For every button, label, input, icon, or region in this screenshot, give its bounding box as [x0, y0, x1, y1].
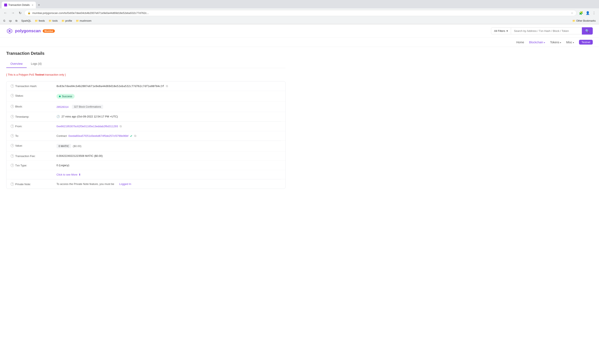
help-icon-status[interactable]: ?: [11, 94, 14, 97]
address-bar[interactable]: 🔒 ☆: [24, 10, 576, 16]
label-timestamp: ? Timestamp:: [11, 115, 52, 118]
tab-logs[interactable]: Logs (4): [27, 60, 46, 68]
status-dot-icon: [59, 96, 61, 97]
nav-blockchain[interactable]: Blockchain ▾: [529, 41, 545, 44]
reload-button[interactable]: ↻: [18, 10, 23, 16]
help-icon-to[interactable]: ?: [11, 134, 14, 137]
nav-tokens[interactable]: Tokens ▾: [550, 41, 561, 44]
timestamp-text: 27 mins ago (Oct-09-2022 12:54:17 PM +UT…: [62, 115, 118, 118]
value-to: Contract 0xeda80ea57f251d3eebd674f5de257…: [56, 134, 136, 138]
network-badge: Mumbai: [43, 29, 55, 33]
value-transaction-fee: 0.00422240221223508 MATIC ($0.00): [56, 154, 103, 157]
bookmark-feeds[interactable]: 📁 feeds: [34, 19, 46, 23]
copy-to-icon[interactable]: ⧉: [134, 134, 136, 138]
bookmark-mushroom[interactable]: 📁 mushroom: [75, 19, 92, 23]
bookmark-star[interactable]: ☆: [571, 11, 573, 15]
bookmarks-bar: G cp tb SparkQL 📁 feeds 📁 tools 📁 profil…: [0, 17, 599, 24]
label-txn-type: ? Txn Type:: [11, 164, 52, 167]
help-icon-block[interactable]: ?: [11, 105, 14, 108]
value-txn-type: 0 (Legacy): [56, 164, 69, 167]
detail-card: ? Transaction Hash: 0x83e7dee04cb4b2007e…: [6, 81, 286, 189]
label-from: ? From:: [11, 125, 52, 128]
logged-in-link[interactable]: Logged In: [119, 182, 131, 186]
testnet-badge[interactable]: Testnet: [579, 40, 593, 45]
row-click-more: Click to see More ⬇: [7, 170, 285, 179]
blockchain-chevron-icon: ▾: [544, 42, 545, 44]
help-icon-timestamp[interactable]: ?: [11, 115, 14, 118]
filter-button[interactable]: All Filters ▾: [491, 27, 511, 34]
value-block: 28528314 327 Block Confirmations: [56, 105, 103, 109]
value-private-note: To access the Private Note feature, you …: [56, 182, 131, 186]
row-private-note: ? Private Note: To access the Private No…: [7, 179, 285, 189]
bookmark-sparkql[interactable]: SparkQL: [20, 19, 32, 23]
tab-close-btn[interactable]: ✕: [32, 4, 33, 6]
from-address-link[interactable]: 0xe662195307bc62f3e01165e13eddab2f6d3112…: [56, 125, 118, 128]
value-amount: 0 MATIC ($0.00): [56, 144, 81, 148]
active-tab[interactable]: Transaction Details ✕: [2, 2, 36, 8]
tab-label: Transaction Details: [8, 4, 30, 7]
new-tab-btn[interactable]: +: [36, 2, 42, 8]
help-icon-txn-type[interactable]: ?: [11, 164, 14, 167]
bookmark-cp[interactable]: cp: [8, 19, 12, 23]
block-number-link[interactable]: 28528314: [56, 105, 69, 109]
label-transaction-hash: ? Transaction Hash:: [11, 84, 52, 88]
row-value: ? Value: 0 MATIC ($0.00): [7, 141, 285, 151]
testnet-notice-bold: Testnet: [35, 73, 44, 76]
value-timestamp: 🕐 27 mins ago (Oct-09-2022 12:54:17 PM +…: [56, 115, 118, 118]
row-from: ? From: 0xe662195307bc62f3e01165e13eddab…: [7, 122, 285, 131]
value-status: Success: [56, 94, 75, 99]
forward-button[interactable]: →: [10, 10, 16, 16]
tab-overview[interactable]: Overview: [6, 60, 27, 68]
extensions-icon[interactable]: 🧩: [578, 10, 584, 16]
menu-icon[interactable]: ⋮: [591, 10, 597, 16]
row-transaction-fee: ? Transaction Fee: 0.00422240221223508 M…: [7, 151, 285, 161]
label-private-note: ? Private Note:: [11, 182, 52, 186]
to-address-link[interactable]: 0xeda80ea57f251d3eebd674f5de257cf3799e96…: [68, 134, 128, 137]
nav-home[interactable]: Home: [516, 41, 524, 44]
help-icon-tx-hash[interactable]: ?: [11, 84, 14, 88]
verified-icon: ✔: [130, 134, 132, 138]
row-to: ? To: Contract 0xeda80ea57f251d3eebd674f…: [7, 131, 285, 141]
row-block: ? Block: 28528314 327 Block Confirmation…: [7, 102, 285, 112]
back-button[interactable]: ←: [2, 10, 8, 16]
label-status: ? Status:: [11, 94, 52, 97]
search-area: All Filters ▾ 🔍: [491, 27, 593, 34]
misc-chevron-icon: ▾: [573, 42, 574, 44]
click-more-area: Click to see More ⬇: [56, 173, 81, 176]
click-to-see-more-btn[interactable]: Click to see More ⬇: [56, 173, 81, 176]
search-input[interactable]: [511, 27, 582, 34]
value-from: 0xe662195307bc62f3e01165e13eddab2f6d3112…: [56, 125, 122, 128]
bookmark-tb[interactable]: tb: [15, 19, 18, 23]
logo-area: polygonscan Mumbai: [6, 28, 55, 34]
bookmark-g[interactable]: G: [2, 19, 6, 23]
bookmark-profile[interactable]: 📁 profile: [61, 19, 73, 23]
copy-tx-hash-icon[interactable]: ⧉: [166, 84, 168, 88]
help-icon-from[interactable]: ?: [11, 125, 14, 128]
copy-from-icon[interactable]: ⧉: [120, 125, 122, 128]
label-block: ? Block:: [11, 105, 52, 108]
transaction-container: Transaction Details Overview Logs (4) [ …: [0, 47, 292, 193]
help-icon-private-note[interactable]: ?: [11, 182, 14, 186]
row-transaction-hash: ? Transaction Hash: 0x83e7dee04cb4b2007e…: [7, 81, 285, 91]
to-prefix: Contract: [56, 134, 67, 137]
private-note-text: To access the Private Note feature, you …: [56, 182, 114, 186]
bookmark-other[interactable]: 📁 Other Bookmarks: [572, 19, 597, 23]
usd-amount: ($0.00): [73, 144, 81, 148]
row-timestamp: ? Timestamp: 🕐 27 mins ago (Oct-09-2022 …: [7, 112, 285, 121]
status-badge: Success: [56, 94, 75, 99]
tab-favicon: [4, 4, 7, 7]
label-to: ? To:: [11, 134, 52, 137]
profile-icon[interactable]: 👤: [585, 10, 591, 16]
bookmark-tools[interactable]: 📁 tools: [48, 19, 59, 23]
search-input-wrap: [511, 27, 582, 34]
label-value: ? Value:: [11, 144, 52, 147]
help-icon-tx-fee[interactable]: ?: [11, 154, 14, 158]
nav-misc[interactable]: Misc ▾: [566, 41, 574, 44]
search-button[interactable]: 🔍: [582, 27, 593, 34]
row-txn-type: ? Txn Type: 0 (Legacy): [7, 161, 285, 170]
testnet-notice: [ This is a Polygon PoS Testnet transact…: [6, 72, 286, 77]
url-input[interactable]: [32, 11, 569, 15]
help-icon-value[interactable]: ?: [11, 144, 14, 147]
clock-icon: 🕐: [56, 115, 60, 118]
row-status: ? Status: Success: [7, 91, 285, 102]
